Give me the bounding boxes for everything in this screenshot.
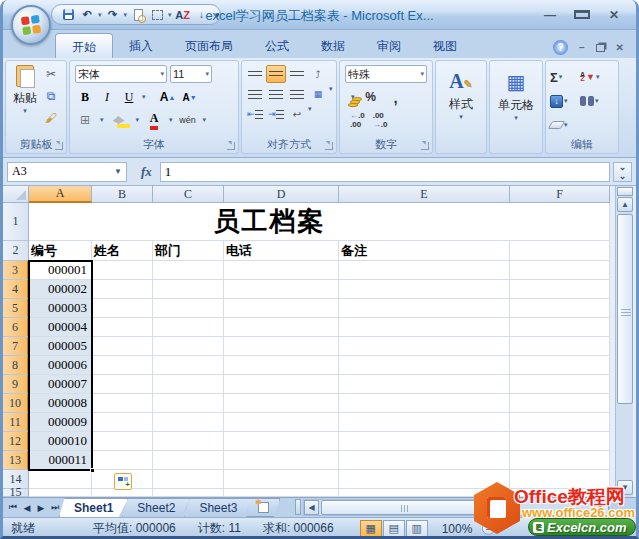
cell-F15[interactable] xyxy=(510,489,610,497)
undo-dropdown-icon[interactable]: ▾ xyxy=(98,11,102,19)
column-header-E[interactable]: E xyxy=(339,186,510,203)
cell-D8[interactable] xyxy=(224,356,339,375)
align-right-button[interactable] xyxy=(287,85,307,103)
cell-B5[interactable] xyxy=(92,299,153,318)
row-header-1[interactable]: 1 xyxy=(3,203,29,241)
redo-icon[interactable]: ↷ xyxy=(105,7,121,22)
comma-style-button[interactable]: , xyxy=(387,89,405,105)
row-header-13[interactable]: 13 xyxy=(3,451,29,470)
cell-E12[interactable] xyxy=(339,432,510,451)
cell-F7[interactable] xyxy=(510,337,610,356)
last-sheet-icon[interactable]: ⏭ xyxy=(49,502,61,513)
row-header-6[interactable]: 6 xyxy=(3,318,29,337)
cell-D10[interactable] xyxy=(224,394,339,413)
number-format-combo[interactable]: 特殊▾ xyxy=(345,65,427,83)
normal-view-button[interactable]: ▦ xyxy=(360,520,382,537)
expand-formula-bar-icon[interactable]: ⌄⌄ xyxy=(613,162,632,182)
cell-B11[interactable] xyxy=(92,413,153,432)
cell-A3[interactable]: 000001 xyxy=(29,261,92,280)
select-objects-icon[interactable] xyxy=(149,7,165,22)
horizontal-scroll-thumb[interactable] xyxy=(321,500,481,515)
autosum-button[interactable]: Σ▾ xyxy=(550,65,580,89)
ribbon-tab-6[interactable]: 审阅 xyxy=(361,33,417,58)
row-header-7[interactable]: 7 xyxy=(3,337,29,356)
decrease-indent-button[interactable]: ⇤ xyxy=(245,105,265,123)
cell-D2[interactable]: 电话 xyxy=(224,241,339,261)
cell-D13[interactable] xyxy=(224,451,339,470)
ribbon-tab-1[interactable]: 开始 xyxy=(55,33,113,58)
fill-button[interactable]: ↓▾ xyxy=(550,89,580,113)
save-icon[interactable] xyxy=(60,7,76,22)
cell-D14[interactable] xyxy=(224,470,339,489)
cut-icon[interactable]: ✂ xyxy=(42,66,60,82)
scroll-down-icon[interactable]: ▼ xyxy=(617,480,633,495)
cell-D11[interactable] xyxy=(224,413,339,432)
cell-F11[interactable] xyxy=(510,413,610,432)
sort-filter-button[interactable]: AZ▼▾ xyxy=(580,65,610,89)
row-header-15[interactable]: 15 xyxy=(3,489,29,497)
cell-A4[interactable]: 000002 xyxy=(29,280,92,299)
font-color-button[interactable]: A xyxy=(145,112,163,128)
horizontal-scrollbar[interactable]: ◀ ▶ xyxy=(303,499,610,516)
cells-button[interactable]: ▦ 单元格 ▾ xyxy=(494,64,538,144)
orientation-button[interactable]: ⤴ xyxy=(308,65,328,83)
redo-dropdown-icon[interactable]: ▾ xyxy=(124,11,128,19)
clear-button[interactable]: ▾ xyxy=(550,113,580,137)
italic-button[interactable]: I xyxy=(98,89,116,105)
align-bottom-button[interactable] xyxy=(287,65,307,83)
row-header-12[interactable]: 12 xyxy=(3,432,29,451)
cell-styles-button[interactable]: A✎ 样式 ▾ xyxy=(439,64,483,144)
ribbon-tab-2[interactable]: 插入 xyxy=(113,33,169,58)
cell-F9[interactable] xyxy=(510,375,610,394)
next-sheet-icon[interactable]: ▶ xyxy=(35,503,47,513)
autofill-options-button[interactable]: + xyxy=(114,473,132,490)
shrink-font-button[interactable]: A▼ xyxy=(181,89,199,105)
cell-C11[interactable] xyxy=(153,413,224,432)
row-header-10[interactable]: 10 xyxy=(3,394,29,413)
cell-A6[interactable]: 000004 xyxy=(29,318,92,337)
cell-D3[interactable] xyxy=(224,261,339,280)
cell-A15[interactable] xyxy=(29,489,92,497)
sheet-title-cell[interactable]: 员工档案 xyxy=(29,203,510,241)
merge-center-button[interactable]: ▦ xyxy=(308,85,328,103)
cell-C13[interactable] xyxy=(153,451,224,470)
column-header-F[interactable]: F xyxy=(510,186,610,203)
sheet-tab-sheet1[interactable]: Sheet1 xyxy=(59,498,128,517)
cell-F14[interactable] xyxy=(510,470,610,489)
cell-C5[interactable] xyxy=(153,299,224,318)
cell-D5[interactable] xyxy=(224,299,339,318)
cell-E3[interactable] xyxy=(339,261,510,280)
ribbon-restore-icon[interactable] xyxy=(596,38,605,56)
alignment-dialog-launcher[interactable] xyxy=(325,142,333,150)
cell-F3[interactable] xyxy=(510,261,610,280)
cell-F12[interactable] xyxy=(510,432,610,451)
ribbon-tab-7[interactable]: 视图 xyxy=(417,33,473,58)
cell-D6[interactable] xyxy=(224,318,339,337)
cell-A13[interactable]: 000011 xyxy=(29,451,92,470)
vertical-scrollbar[interactable]: ▲ ▼ xyxy=(615,186,633,497)
cell-A9[interactable]: 000007 xyxy=(29,375,92,394)
cell-B8[interactable] xyxy=(92,356,153,375)
column-header-D[interactable]: D xyxy=(224,186,339,203)
split-handle[interactable] xyxy=(617,187,633,196)
column-header-A[interactable]: A xyxy=(29,186,92,203)
first-sheet-icon[interactable]: ⏮ xyxy=(7,502,19,513)
column-header-B[interactable]: B xyxy=(92,186,153,203)
close-icon[interactable]: ✕ xyxy=(606,8,622,22)
ribbon-close-icon[interactable]: ✕ xyxy=(616,42,624,53)
phonetic-guide-button[interactable]: wén xyxy=(179,112,197,128)
cell-C3[interactable] xyxy=(153,261,224,280)
cell-A12[interactable]: 000010 xyxy=(29,432,92,451)
cell-E9[interactable] xyxy=(339,375,510,394)
cell-E4[interactable] xyxy=(339,280,510,299)
cell-C12[interactable] xyxy=(153,432,224,451)
cell-B15[interactable] xyxy=(92,489,153,497)
cell-B4[interactable] xyxy=(92,280,153,299)
cell-E13[interactable] xyxy=(339,451,510,470)
underline-button[interactable]: U xyxy=(120,89,138,105)
row-header-9[interactable]: 9 xyxy=(3,375,29,394)
cell-A11[interactable]: 000009 xyxy=(29,413,92,432)
align-center-button[interactable] xyxy=(266,85,286,103)
ribbon-minimize-icon[interactable]: – xyxy=(579,42,585,53)
cell-C4[interactable] xyxy=(153,280,224,299)
